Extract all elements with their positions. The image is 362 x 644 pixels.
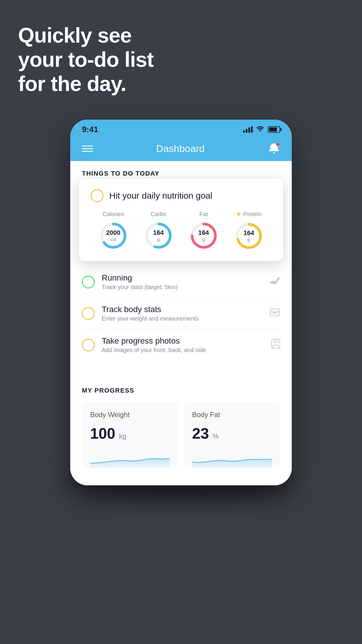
body-fat-unit: % <box>212 432 219 440</box>
todo-item-photos[interactable]: Take progress photos Add images of your … <box>82 329 280 360</box>
hero-line-2: your to-do list <box>18 48 154 72</box>
phone-screen: 9:41 <box>70 120 292 485</box>
protein-label: ★ Protein <box>236 210 262 218</box>
phone-mockup: 9:41 <box>50 120 312 485</box>
fat-label: Fat <box>199 211 208 218</box>
body-weight-number: 100 <box>90 425 115 442</box>
nutrition-card-title: Hit your daily nutrition goal <box>109 191 212 201</box>
body-fat-value: 23 % <box>192 425 272 442</box>
fat-stat: Fat 164 g <box>189 211 218 250</box>
nutrition-card: Hit your daily nutrition goal Calories <box>79 179 283 261</box>
person-icon <box>271 339 280 351</box>
body-weight-chart <box>90 450 170 468</box>
nav-bar: Dashboard <box>70 137 292 161</box>
protein-stat: ★ Protein 164 g <box>234 210 263 251</box>
todo-checkbox-body-stats[interactable] <box>82 307 95 320</box>
body-weight-title: Body Weight <box>90 411 170 419</box>
todo-item-body-stats[interactable]: Track body stats Enter your weight and m… <box>82 298 280 329</box>
hero-line-3: for the day. <box>18 72 154 96</box>
progress-section: MY PROGRESS Body Weight 100 kg <box>70 375 292 485</box>
body-weight-card: Body Weight 100 kg <box>82 402 178 468</box>
body-fat-chart <box>192 450 272 468</box>
body-fat-title: Body Fat <box>192 411 272 419</box>
hamburger-menu-icon[interactable] <box>82 146 93 152</box>
todo-subtitle-photos: Add images of your front, back, and side <box>102 347 264 354</box>
body-fat-number: 23 <box>192 425 209 442</box>
carbs-stat: Carbs 164 g <box>144 211 173 250</box>
calories-label: Calories <box>103 211 124 218</box>
calories-stat: Calories 2000 cal <box>99 211 128 250</box>
progress-cards: Body Weight 100 kg <box>82 402 280 468</box>
nutrition-stats: Calories 2000 cal <box>91 210 271 251</box>
star-icon: ★ <box>236 210 242 218</box>
status-bar: 9:41 <box>70 120 292 137</box>
todo-title-body-stats: Track body stats <box>102 305 263 314</box>
bell-icon[interactable] <box>268 142 280 155</box>
body-weight-unit: kg <box>119 432 126 440</box>
body-weight-value: 100 kg <box>90 425 170 442</box>
progress-header: MY PROGRESS <box>82 387 280 394</box>
todo-text-photos: Take progress photos Add images of your … <box>102 336 264 354</box>
content-area: THINGS TO DO TODAY Hit your daily nutrit… <box>70 161 292 485</box>
todo-subtitle-body-stats: Enter your weight and measurements <box>102 315 263 322</box>
scale-icon <box>270 308 280 319</box>
todo-subtitle-running: Track your stats (target: 5km) <box>102 284 263 290</box>
shoe-icon <box>270 276 280 287</box>
wifi-icon <box>256 125 264 134</box>
status-icons <box>243 125 280 134</box>
battery-icon <box>268 126 280 133</box>
nav-title: Dashboard <box>156 143 205 154</box>
todo-checkbox-photos[interactable] <box>82 339 95 351</box>
todo-item-running[interactable]: Running Track your stats (target: 5km) <box>82 266 280 298</box>
todo-title-running: Running <box>102 273 263 283</box>
nutrition-checkbox[interactable] <box>91 189 103 202</box>
hero-heading: Quickly see your to-do list for the day. <box>18 23 154 96</box>
signal-icon <box>243 126 253 133</box>
notification-dot <box>276 142 280 146</box>
todo-checkbox-running[interactable] <box>82 276 95 288</box>
body-fat-card: Body Fat 23 % <box>184 402 280 468</box>
calories-donut: 2000 cal <box>99 221 128 250</box>
protein-donut: 164 g <box>234 221 263 251</box>
svg-point-12 <box>274 339 277 343</box>
todo-text-running: Running Track your stats (target: 5km) <box>102 273 263 290</box>
todo-list: Running Track your stats (target: 5km) T… <box>70 266 292 360</box>
carbs-label: Carbs <box>151 211 166 218</box>
todo-text-body-stats: Track body stats Enter your weight and m… <box>102 305 263 322</box>
hero-line-1: Quickly see <box>18 23 154 48</box>
todo-title-photos: Take progress photos <box>102 336 264 346</box>
fat-donut: 164 g <box>189 221 218 250</box>
status-time: 9:41 <box>82 125 98 134</box>
carbs-donut: 164 g <box>144 221 173 250</box>
